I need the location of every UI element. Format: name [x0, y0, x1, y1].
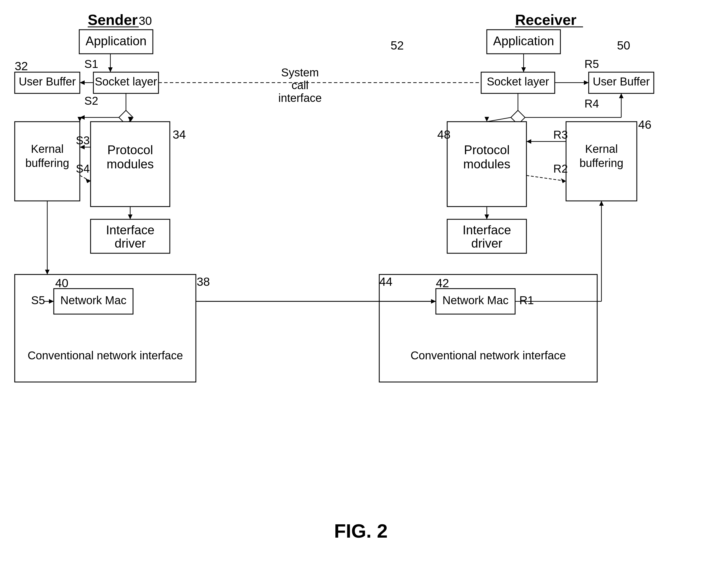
ref-38: 38 — [197, 275, 210, 288]
receiver-conventional-text: Conventional network interface — [410, 349, 566, 362]
system-call-text3: interface — [278, 92, 322, 104]
sender-kernal-text2: buffering — [25, 157, 69, 169]
ref-44: 44 — [379, 275, 393, 288]
svg-marker-36 — [561, 178, 566, 183]
receiver-label: Receiver — [515, 12, 577, 28]
sender-label: Sender — [88, 12, 138, 28]
svg-marker-26 — [584, 80, 589, 85]
receiver-protocol-text1: Protocol — [464, 143, 510, 157]
ref-42: 42 — [436, 276, 449, 290]
sender-kernal-text1: Kernal — [31, 143, 64, 155]
r4-label: R4 — [584, 97, 599, 110]
r5-label: R5 — [584, 58, 599, 70]
receiver-application-text: Application — [493, 34, 554, 48]
s5-label: S5 — [31, 294, 45, 307]
sender-user-buffer-text: User Buffer — [19, 75, 76, 88]
svg-marker-24 — [521, 67, 526, 72]
ref-52: 52 — [391, 39, 404, 52]
receiver-network-mac-text: Network Mac — [442, 294, 508, 307]
svg-marker-41 — [599, 201, 604, 206]
ref-48: 48 — [437, 128, 451, 141]
sender-application-text: Application — [85, 34, 146, 48]
s3-label: S3 — [76, 134, 90, 147]
svg-marker-32 — [484, 117, 489, 122]
sender-protocol-text1: Protocol — [107, 143, 153, 157]
fig-label: FIG. 2 — [334, 520, 388, 542]
system-call-text2: call — [291, 79, 309, 91]
svg-marker-15 — [85, 178, 90, 183]
svg-line-31 — [487, 118, 511, 122]
ref-32: 32 — [15, 59, 28, 73]
s4-label: S4 — [76, 163, 90, 175]
receiver-protocol-text2: modules — [463, 157, 510, 171]
ref-46: 46 — [638, 118, 652, 131]
sender-interface-text1: Interface — [106, 223, 154, 237]
diagram-container: Sender 30 Application 32 User Buffer Soc… — [0, 0, 722, 588]
sender-protocol-text2: modules — [107, 157, 154, 171]
r2-label: R2 — [553, 163, 568, 175]
receiver-kernal-text1: Kernal — [585, 143, 618, 155]
svg-marker-4 — [80, 80, 85, 85]
ref-34: 34 — [173, 128, 186, 141]
r3-label: R3 — [553, 128, 568, 141]
s1-label: S1 — [84, 58, 98, 70]
ref-40: 40 — [55, 276, 68, 290]
s2-label: S2 — [84, 94, 98, 107]
svg-marker-21 — [45, 270, 49, 274]
receiver-socket-layer-text: Socket layer — [487, 75, 549, 88]
sender-socket-layer-text: Socket layer — [95, 75, 157, 88]
receiver-interface-text2: driver — [471, 236, 502, 250]
svg-marker-38 — [484, 214, 489, 219]
svg-marker-2 — [108, 67, 112, 72]
svg-marker-17 — [128, 214, 132, 219]
system-call-text1: System — [281, 66, 319, 79]
r1-label: R1 — [519, 294, 534, 307]
svg-marker-13 — [78, 117, 82, 122]
svg-marker-34 — [527, 139, 531, 144]
ref-30: 30 — [139, 14, 152, 27]
sender-conventional-text: Conventional network interface — [27, 349, 183, 362]
svg-marker-30 — [619, 93, 623, 98]
receiver-user-buffer-text: User Buffer — [593, 75, 650, 88]
receiver-interface-text1: Interface — [462, 223, 511, 237]
receiver-kernal-text2: buffering — [580, 157, 623, 169]
sender-interface-text2: driver — [115, 236, 146, 250]
ref-50: 50 — [617, 39, 630, 52]
sender-network-mac-text: Network Mac — [60, 294, 126, 307]
svg-line-35 — [527, 175, 566, 181]
